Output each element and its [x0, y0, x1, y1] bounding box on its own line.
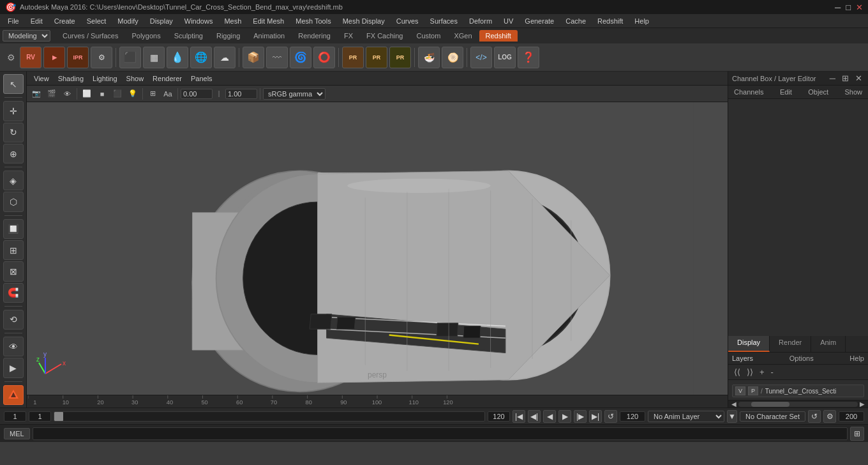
display-btn[interactable]: 👁	[3, 337, 24, 356]
shelf-flat-icon[interactable]: 🫓	[442, 47, 463, 68]
shelf-help-icon[interactable]: ❓	[518, 47, 539, 68]
next-keyframe-icon[interactable]: ⟩⟩	[745, 367, 755, 377]
menu-display[interactable]: Display	[145, 16, 178, 26]
play-back-btn[interactable]: ◀	[543, 410, 556, 423]
rp-minimize-icon[interactable]: ─	[828, 73, 837, 84]
soft-select-btn[interactable]: ◈	[3, 171, 24, 190]
vp-grid-btn[interactable]: ⊞	[146, 87, 160, 101]
range-end-input[interactable]	[620, 411, 645, 422]
tab-fx[interactable]: FX	[338, 30, 359, 42]
menu-curves[interactable]: Curves	[391, 16, 424, 26]
vp-menu-show[interactable]: Show	[123, 74, 147, 83]
show-label[interactable]: Show	[842, 88, 864, 96]
shelf-ipr-icon2[interactable]: IPR	[67, 47, 89, 68]
layer-add-icon[interactable]: +	[758, 367, 767, 377]
rp-expand-icon[interactable]: ⊞	[840, 73, 851, 84]
anim-layer-select[interactable]: No Anim Layer	[648, 411, 724, 422]
vp-field1-input[interactable]	[181, 89, 213, 99]
prev-frame-btn[interactable]: ◀|	[528, 410, 541, 423]
shelf-grid-icon[interactable]: ▦	[143, 47, 165, 68]
shelf-settings-icon[interactable]: ⚙	[91, 47, 112, 68]
command-input[interactable]	[33, 427, 848, 440]
vp-menu-renderer[interactable]: Renderer	[149, 74, 185, 83]
vp-film-btn[interactable]: 🎬	[45, 87, 59, 101]
title-bar-controls[interactable]: ─ □ ✕	[835, 3, 863, 12]
shelf-drop-icon[interactable]: 💧	[167, 47, 188, 68]
snap3-btn[interactable]: ⊠	[3, 261, 24, 281]
start-frame-input[interactable]	[29, 411, 51, 422]
render-btn[interactable]: ▶	[3, 358, 24, 377]
menu-redshift[interactable]: Redshift	[592, 16, 628, 26]
playback-speed-input[interactable]	[839, 411, 864, 422]
playback-range[interactable]	[54, 411, 485, 422]
magnet-btn[interactable]: 🧲	[3, 283, 24, 303]
rp-close-icon[interactable]: ✕	[853, 73, 864, 84]
vp-wireframe-btn[interactable]: ⬜	[80, 87, 94, 101]
menu-create[interactable]: Create	[49, 16, 80, 26]
shelf-log-icon[interactable]: LOG	[494, 47, 516, 68]
shelf-wave-icon[interactable]: 〰	[266, 47, 288, 68]
tab-custom[interactable]: Custom	[410, 30, 447, 42]
select-tool-btn[interactable]: ↖	[3, 74, 24, 94]
shelf-swirl-icon[interactable]: 🌀	[290, 47, 311, 68]
menu-mesh[interactable]: Mesh	[219, 16, 246, 26]
tab-fx-caching[interactable]: FX Caching	[360, 30, 409, 42]
current-frame-input[interactable]	[4, 411, 26, 422]
vp-menu-shading[interactable]: Shading	[55, 74, 87, 83]
tab-render[interactable]: Render	[770, 336, 811, 352]
play-fwd-btn[interactable]: ▶	[558, 410, 571, 423]
layer-remove-icon[interactable]: -	[769, 367, 775, 377]
tab-rigging[interactable]: Rigging	[210, 30, 246, 42]
anim-layer-btn[interactable]: ▼	[727, 410, 737, 423]
menu-uv[interactable]: UV	[498, 16, 518, 26]
shelf-pr1-icon[interactable]: PR	[342, 47, 364, 68]
snap-btn[interactable]: 🔲	[3, 219, 24, 239]
shelf-code-icon[interactable]: </>	[470, 47, 492, 68]
redshift-logo-btn[interactable]	[3, 385, 24, 405]
menu-generate[interactable]: Generate	[520, 16, 559, 26]
vp-gamma-select[interactable]: sRGB gamma	[263, 88, 326, 100]
vp-menu-view[interactable]: View	[31, 74, 52, 83]
go-start-btn[interactable]: |◀	[513, 410, 525, 423]
vp-eye-btn[interactable]: 👁	[60, 87, 74, 101]
rp-scroll-right-icon[interactable]: ▶	[858, 400, 867, 408]
rotate-tool-btn[interactable]: ↻	[3, 123, 24, 142]
vp-lights-btn[interactable]: 💡	[126, 87, 140, 101]
rp-scrollbar[interactable]: ◀ ▶	[728, 400, 868, 408]
char-set-btn[interactable]: ↺	[808, 410, 821, 423]
vp-camera-btn[interactable]: 📷	[29, 87, 43, 101]
shelf-cloud-icon[interactable]: ☁	[214, 47, 236, 68]
layer-visibility-btn[interactable]: V	[735, 386, 745, 395]
shelf-sphere-icon[interactable]: 🌐	[190, 47, 212, 68]
end-frame-input[interactable]	[488, 411, 510, 422]
rp-scroll-left-icon[interactable]: ◀	[730, 400, 738, 408]
menu-mesh-display[interactable]: Mesh Display	[338, 16, 390, 26]
rp-scroll-track[interactable]	[738, 402, 858, 407]
shelf-dome-icon[interactable]: 🍜	[418, 47, 440, 68]
shelf-gear-icon[interactable]: ⚙	[4, 50, 18, 65]
tab-rendering[interactable]: Rendering	[292, 30, 337, 42]
char-set-btn2[interactable]: ⚙	[823, 410, 836, 423]
tab-redshift[interactable]: Redshift	[479, 30, 518, 42]
viewport-canvas[interactable]: x z y persp	[27, 102, 728, 395]
module-selector[interactable]: Modeling	[3, 30, 50, 42]
tab-sculpting[interactable]: Sculpting	[168, 30, 209, 42]
vp-aa-btn[interactable]: Aa	[161, 87, 175, 101]
shelf-rv-icon[interactable]: RV	[20, 47, 41, 68]
mel-label[interactable]: MEL	[4, 428, 30, 439]
layers-help[interactable]: Help	[849, 354, 864, 362]
menu-select[interactable]: Select	[82, 16, 112, 26]
tab-display[interactable]: Display	[728, 336, 770, 352]
minimize-button[interactable]: ─	[835, 3, 841, 12]
menu-surfaces[interactable]: Surfaces	[425, 16, 463, 26]
layer-name[interactable]: Tunnel_Car_Cross_Secti	[765, 388, 836, 395]
vp-field2-input[interactable]	[225, 89, 257, 99]
vp-shaded-btn[interactable]: ■	[95, 87, 109, 101]
shelf-cube-icon[interactable]: 📦	[243, 47, 264, 68]
go-end-btn[interactable]: ▶|	[589, 410, 602, 423]
maximize-button[interactable]: □	[846, 3, 851, 12]
layer-playback-btn[interactable]: P	[748, 386, 758, 395]
edit-label[interactable]: Edit	[778, 88, 794, 96]
viewport-area[interactable]: View Shading Lighting Show Renderer Pane…	[27, 72, 728, 408]
menu-windows[interactable]: Windows	[179, 16, 218, 26]
